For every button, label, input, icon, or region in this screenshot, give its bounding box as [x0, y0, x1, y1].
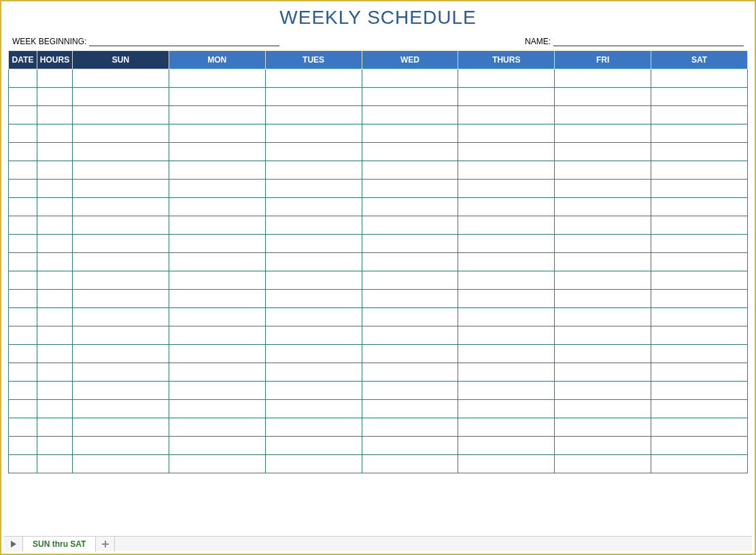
table-cell[interactable]: [651, 455, 748, 473]
table-cell[interactable]: [362, 235, 458, 253]
table-cell[interactable]: [651, 161, 748, 180]
table-cell[interactable]: [9, 88, 37, 106]
sheet-tab-active[interactable]: SUN thru SAT: [23, 537, 96, 552]
table-cell[interactable]: [651, 253, 748, 271]
table-cell[interactable]: [651, 235, 748, 253]
table-cell[interactable]: [9, 455, 37, 473]
table-cell[interactable]: [73, 88, 169, 106]
table-cell[interactable]: [37, 271, 73, 290]
table-cell[interactable]: [458, 455, 555, 473]
table-cell[interactable]: [458, 326, 555, 345]
table-cell[interactable]: [37, 290, 73, 308]
table-cell[interactable]: [73, 437, 169, 455]
sheet-nav-button[interactable]: [4, 537, 23, 552]
table-cell[interactable]: [555, 400, 651, 418]
table-cell[interactable]: [458, 363, 555, 382]
table-cell[interactable]: [265, 69, 362, 88]
table-cell[interactable]: [169, 198, 265, 216]
table-cell[interactable]: [9, 106, 37, 124]
table-cell[interactable]: [458, 198, 555, 216]
table-cell[interactable]: [265, 143, 362, 161]
table-cell[interactable]: [37, 106, 73, 124]
table-cell[interactable]: [362, 290, 458, 308]
table-cell[interactable]: [37, 400, 73, 418]
table-cell[interactable]: [265, 271, 362, 290]
table-cell[interactable]: [73, 455, 169, 473]
table-cell[interactable]: [37, 88, 73, 106]
table-cell[interactable]: [555, 88, 651, 106]
table-cell[interactable]: [169, 88, 265, 106]
table-cell[interactable]: [9, 345, 37, 363]
table-cell[interactable]: [555, 290, 651, 308]
table-cell[interactable]: [265, 106, 362, 124]
table-cell[interactable]: [37, 308, 73, 326]
table-cell[interactable]: [651, 382, 748, 400]
table-cell[interactable]: [458, 106, 555, 124]
table-cell[interactable]: [362, 437, 458, 455]
table-cell[interactable]: [458, 124, 555, 143]
table-cell[interactable]: [169, 235, 265, 253]
name-input-line[interactable]: [553, 46, 744, 46]
table-cell[interactable]: [458, 345, 555, 363]
table-cell[interactable]: [265, 124, 362, 143]
table-cell[interactable]: [9, 235, 37, 253]
table-cell[interactable]: [37, 455, 73, 473]
table-cell[interactable]: [73, 290, 169, 308]
table-cell[interactable]: [362, 198, 458, 216]
table-cell[interactable]: [555, 106, 651, 124]
table-cell[interactable]: [265, 308, 362, 326]
table-cell[interactable]: [73, 106, 169, 124]
table-cell[interactable]: [651, 363, 748, 382]
table-cell[interactable]: [9, 290, 37, 308]
table-cell[interactable]: [37, 124, 73, 143]
table-cell[interactable]: [265, 198, 362, 216]
table-cell[interactable]: [362, 161, 458, 180]
table-cell[interactable]: [9, 143, 37, 161]
table-cell[interactable]: [651, 88, 748, 106]
table-cell[interactable]: [458, 88, 555, 106]
table-cell[interactable]: [265, 345, 362, 363]
table-cell[interactable]: [265, 290, 362, 308]
table-cell[interactable]: [169, 290, 265, 308]
table-cell[interactable]: [73, 363, 169, 382]
table-cell[interactable]: [265, 418, 362, 437]
table-cell[interactable]: [73, 400, 169, 418]
table-cell[interactable]: [9, 198, 37, 216]
table-cell[interactable]: [265, 400, 362, 418]
table-cell[interactable]: [37, 198, 73, 216]
table-cell[interactable]: [37, 235, 73, 253]
table-cell[interactable]: [458, 308, 555, 326]
table-cell[interactable]: [169, 143, 265, 161]
table-cell[interactable]: [265, 253, 362, 271]
table-cell[interactable]: [265, 180, 362, 198]
table-cell[interactable]: [169, 271, 265, 290]
table-cell[interactable]: [73, 124, 169, 143]
table-cell[interactable]: [169, 180, 265, 198]
table-cell[interactable]: [555, 216, 651, 235]
table-cell[interactable]: [362, 216, 458, 235]
table-cell[interactable]: [651, 437, 748, 455]
table-cell[interactable]: [362, 326, 458, 345]
table-cell[interactable]: [73, 235, 169, 253]
table-cell[interactable]: [73, 180, 169, 198]
table-cell[interactable]: [37, 418, 73, 437]
table-cell[interactable]: [73, 161, 169, 180]
table-cell[interactable]: [362, 88, 458, 106]
table-cell[interactable]: [169, 161, 265, 180]
table-cell[interactable]: [458, 418, 555, 437]
table-cell[interactable]: [169, 253, 265, 271]
table-cell[interactable]: [169, 216, 265, 235]
table-cell[interactable]: [555, 308, 651, 326]
table-cell[interactable]: [265, 437, 362, 455]
table-cell[interactable]: [169, 418, 265, 437]
table-cell[interactable]: [555, 437, 651, 455]
table-cell[interactable]: [9, 161, 37, 180]
table-cell[interactable]: [555, 382, 651, 400]
table-cell[interactable]: [555, 345, 651, 363]
table-cell[interactable]: [73, 253, 169, 271]
table-cell[interactable]: [37, 326, 73, 345]
table-cell[interactable]: [555, 69, 651, 88]
table-cell[interactable]: [265, 235, 362, 253]
table-cell[interactable]: [73, 271, 169, 290]
table-cell[interactable]: [458, 253, 555, 271]
